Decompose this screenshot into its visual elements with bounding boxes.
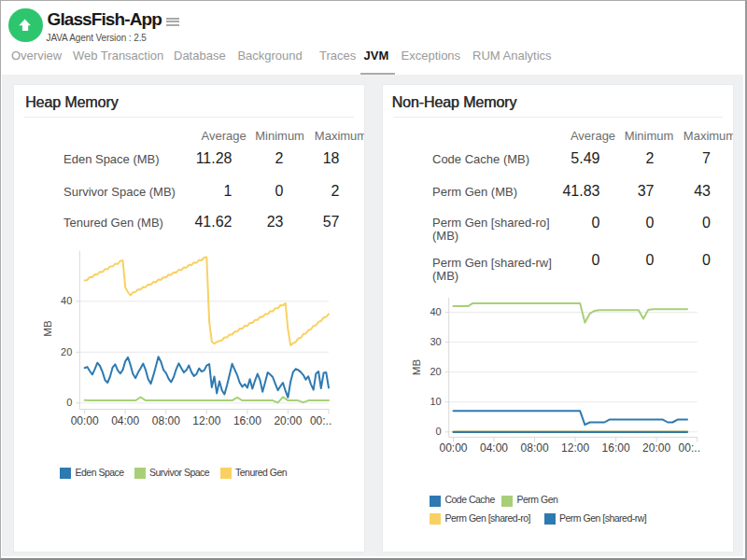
svg-text:0: 0 [436, 426, 442, 437]
svg-text:00:..: 00:.. [310, 414, 331, 427]
svg-text:40: 40 [430, 306, 441, 317]
svg-text:12:00: 12:00 [192, 414, 220, 427]
svg-text:12:00: 12:00 [561, 441, 589, 454]
svg-text:16:00: 16:00 [233, 414, 261, 427]
svg-text:00:00: 00:00 [439, 441, 467, 454]
svg-text:10: 10 [430, 396, 441, 407]
svg-text:20: 20 [430, 366, 441, 377]
svg-text:MB: MB [411, 358, 422, 375]
svg-text:08:00: 08:00 [152, 414, 180, 427]
svg-text:0: 0 [66, 397, 72, 408]
svg-text:MB: MB [42, 320, 53, 337]
svg-text:04:00: 04:00 [111, 414, 139, 427]
svg-text:00:..: 00:.. [679, 441, 700, 454]
svg-text:20: 20 [61, 345, 72, 357]
svg-text:08:00: 08:00 [521, 441, 549, 454]
svg-text:16:00: 16:00 [602, 441, 630, 454]
svg-text:20:00: 20:00 [274, 414, 302, 427]
svg-text:40: 40 [61, 295, 72, 306]
svg-text:04:00: 04:00 [480, 441, 508, 454]
svg-text:30: 30 [430, 336, 441, 347]
svg-text:20:00: 20:00 [642, 441, 670, 454]
svg-text:00:00: 00:00 [71, 414, 99, 427]
